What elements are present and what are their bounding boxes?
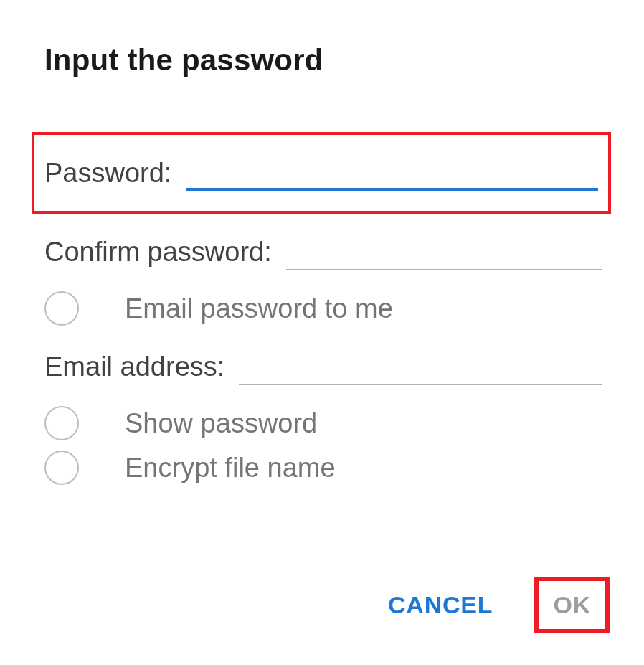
email-address-input-wrap <box>239 349 602 385</box>
email-address-label: Email address: <box>44 352 224 382</box>
option-checks: Show password Encrypt file name <box>44 406 602 485</box>
show-password-row: Show password <box>44 406 602 440</box>
annotation-ok-button: OK <box>534 577 610 633</box>
email-address-input[interactable] <box>239 349 602 385</box>
email-address-row: Email address: <box>44 349 602 385</box>
email-to-me-checkbox[interactable] <box>44 291 79 326</box>
dialog-actions: CANCEL OK <box>384 577 610 633</box>
encrypt-filename-row: Encrypt file name <box>44 451 602 485</box>
password-row: Password: <box>44 155 598 191</box>
annotation-password-row: Password: <box>32 132 611 214</box>
confirm-password-input-wrap <box>286 234 602 270</box>
confirm-password-label: Confirm password: <box>44 237 272 268</box>
password-input-wrap <box>186 155 598 191</box>
email-to-me-row: Email password to me <box>44 291 602 326</box>
show-password-checkbox[interactable] <box>44 406 79 440</box>
password-input[interactable] <box>186 155 598 191</box>
show-password-label: Show password <box>125 408 317 439</box>
password-label: Password: <box>44 158 171 189</box>
confirm-password-input[interactable] <box>286 234 602 270</box>
encrypt-filename-label: Encrypt file name <box>125 453 336 484</box>
password-dialog: Input the password Password: Confirm pas… <box>0 0 644 665</box>
dialog-title: Input the password <box>44 43 602 77</box>
encrypt-filename-checkbox[interactable] <box>44 451 79 485</box>
cancel-button[interactable]: CANCEL <box>384 584 497 626</box>
ok-button[interactable]: OK <box>550 588 594 622</box>
email-to-me-label: Email password to me <box>125 293 393 324</box>
confirm-password-row: Confirm password: <box>44 234 602 270</box>
